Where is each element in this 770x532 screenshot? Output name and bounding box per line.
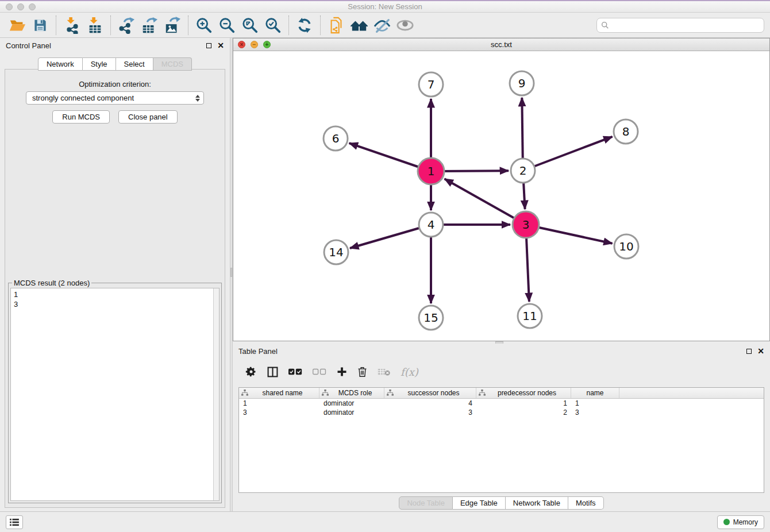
import-network-icon	[63, 17, 80, 34]
control-panel: Control Panel ✕ Network Style Select MCD…	[0, 38, 230, 511]
cell-shared-name[interactable]: 3	[239, 408, 319, 417]
node-table: shared name MCDS role successor nodes pr…	[238, 387, 764, 493]
cell-successor-nodes[interactable]: 4	[384, 399, 476, 407]
zoom-out-icon	[218, 17, 236, 34]
import-network-button[interactable]	[60, 15, 83, 36]
table-toolbar: f(x)	[238, 360, 418, 384]
tab-edge-table[interactable]: Edge Table	[453, 496, 506, 510]
memory-button[interactable]: Memory	[717, 515, 764, 529]
mcds-result-box: MCDS result (2 nodes) 1 3	[8, 283, 222, 503]
export-image-button[interactable]	[161, 15, 184, 36]
show-column-button[interactable]	[267, 367, 278, 377]
gear-icon	[245, 366, 257, 377]
show-eye-icon	[396, 17, 414, 34]
optimization-criterion-label: Optimization criterion:	[5, 80, 225, 88]
column-header-mcds-role[interactable]: MCDS role	[319, 388, 384, 398]
tab-select[interactable]: Select	[116, 57, 153, 71]
zoom-in-button[interactable]	[192, 15, 215, 36]
tab-network-table[interactable]: Network Table	[506, 496, 568, 510]
close-panel-button[interactable]: Close panel	[118, 110, 178, 124]
trash-icon	[357, 367, 367, 377]
cell-name[interactable]: 1	[571, 399, 619, 407]
home-button[interactable]	[348, 15, 371, 36]
show-eye-button[interactable]	[394, 15, 417, 36]
cell-shared-name[interactable]: 1	[239, 399, 319, 407]
network-window: × − + scc.txt 7968124314101511	[233, 38, 770, 341]
open-file-button[interactable]	[6, 15, 29, 36]
cell-successor-nodes[interactable]: 3	[384, 408, 476, 417]
minimize-window-icon[interactable]	[17, 3, 24, 10]
zoom-fit-icon	[241, 17, 259, 34]
function-builder-button[interactable]: f(x)	[401, 366, 418, 378]
delete-column-button[interactable]	[357, 367, 367, 377]
network-graph[interactable]: 7968124314101511	[233, 51, 769, 341]
toolbar-separator	[288, 16, 289, 35]
optimization-criterion-select[interactable]: strongly connected component	[26, 91, 204, 105]
column-header-successor-nodes[interactable]: successor nodes	[384, 388, 476, 398]
tab-motifs[interactable]: Motifs	[568, 496, 604, 510]
graph-node-label: 4	[428, 218, 435, 232]
tab-network[interactable]: Network	[38, 57, 83, 71]
copy-network-button[interactable]	[325, 15, 348, 36]
export-table-button[interactable]	[138, 15, 161, 36]
export-network-icon	[118, 17, 135, 34]
search-input[interactable]	[612, 21, 760, 30]
graph-node-label: 6	[332, 132, 340, 145]
tab-mcds[interactable]: MCDS	[153, 57, 192, 71]
cell-predecessor-nodes[interactable]: 1	[476, 399, 571, 407]
result-scrollbar[interactable]	[213, 288, 219, 500]
window-titlebar: Session: New Session	[0, 0, 770, 13]
table-header-row: shared name MCDS role successor nodes pr…	[239, 388, 764, 399]
export-network-button[interactable]	[115, 15, 138, 36]
mcds-result-item[interactable]: 1	[14, 290, 210, 299]
zoom-selected-button[interactable]	[261, 15, 284, 36]
delete-table-button[interactable]	[378, 368, 390, 376]
import-table-icon	[86, 17, 103, 34]
graph-edge-2-8[interactable]	[523, 137, 613, 171]
hide-eye-button[interactable]	[371, 15, 394, 36]
cell-mcds-role[interactable]: dominator	[319, 408, 384, 417]
splitter-handle[interactable]	[230, 268, 232, 277]
task-history-button[interactable]	[6, 515, 23, 529]
graph-node-label: 11	[522, 309, 537, 323]
network-canvas[interactable]: 7968124314101511	[233, 51, 769, 341]
float-table-panel-icon[interactable]	[746, 349, 752, 354]
table-row[interactable]: 1 dominator 4 1 1	[239, 399, 764, 408]
save-icon	[32, 17, 48, 33]
run-mcds-button[interactable]: Run MCDS	[52, 110, 110, 124]
column-header-predecessor-nodes[interactable]: predecessor nodes	[476, 388, 571, 398]
refresh-icon	[297, 17, 313, 33]
toolbar-separator	[320, 16, 321, 35]
zoom-out-button[interactable]	[215, 15, 238, 36]
close-table-panel-icon[interactable]: ✕	[757, 348, 764, 354]
mcds-result-item[interactable]: 3	[14, 299, 210, 309]
mcds-result-list[interactable]: 1 3	[11, 288, 213, 500]
cell-name[interactable]: 3	[571, 408, 619, 417]
columns-icon	[267, 367, 278, 377]
column-header-name[interactable]: name	[571, 388, 619, 398]
cell-mcds-role[interactable]: dominator	[319, 399, 384, 407]
create-column-button[interactable]	[337, 367, 347, 377]
cell-predecessor-nodes[interactable]: 2	[476, 408, 571, 417]
table-row[interactable]: 3 dominator 3 2 3	[239, 408, 764, 417]
float-panel-icon[interactable]	[206, 43, 211, 48]
close-window-icon[interactable]	[6, 3, 13, 10]
tab-style[interactable]: Style	[83, 57, 116, 71]
close-panel-icon[interactable]: ✕	[217, 43, 224, 48]
unselect-all-columns-button[interactable]	[313, 368, 326, 375]
zoom-fit-button[interactable]	[238, 15, 261, 36]
table-panel: Table Panel ✕	[233, 344, 770, 511]
save-session-button[interactable]	[29, 15, 52, 36]
network-maximize-icon[interactable]: +	[263, 41, 271, 48]
network-close-icon[interactable]: ×	[238, 41, 245, 48]
refresh-button[interactable]	[293, 15, 316, 36]
network-minimize-icon[interactable]: −	[251, 41, 258, 48]
graph-node-label: 7	[428, 78, 435, 91]
tab-node-table[interactable]: Node Table	[399, 496, 453, 510]
select-all-columns-button[interactable]	[288, 368, 302, 375]
control-panel-header: Control Panel ✕	[0, 38, 230, 53]
table-settings-button[interactable]	[245, 366, 257, 377]
column-header-shared-name[interactable]: shared name	[239, 388, 319, 398]
maximize-window-icon[interactable]	[29, 3, 36, 10]
import-table-button[interactable]	[83, 15, 106, 36]
